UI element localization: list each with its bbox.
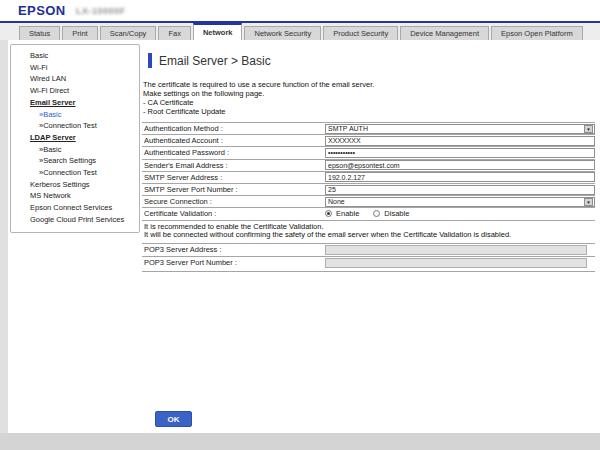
- sidebar-item-ldap-connection-test[interactable]: »Connection Test: [11, 167, 139, 179]
- sidebar-section-email-server[interactable]: Email Server: [11, 97, 139, 109]
- cert-validation-radio-group: Enable Disable: [325, 209, 423, 218]
- tab-device-management[interactable]: Device Management: [400, 26, 489, 40]
- dropdown-arrow-icon[interactable]: ▼: [584, 198, 593, 206]
- tab-epson-open-platform[interactable]: Epson Open Platform: [491, 26, 583, 40]
- pop3-server-address-input: [325, 245, 587, 255]
- sidebar-nav: Basic Wi-Fi Wired LAN Wi-Fi Direct Email…: [10, 44, 140, 233]
- email-server-form: Authentication Method : SMTP AUTH ▼ Auth…: [142, 122, 595, 272]
- form-row-secure-connection: Secure Connection : None ▼: [142, 195, 595, 207]
- tab-print[interactable]: Print: [62, 26, 97, 40]
- auth-method-selected-value: SMTP AUTH: [328, 125, 368, 132]
- note-line: It will be connected without confirming …: [144, 231, 595, 239]
- intro-line: - CA Certificate: [143, 98, 595, 107]
- sidebar-item-google-cloud-print-services[interactable]: Google Cloud Print Services: [11, 214, 139, 226]
- dropdown-arrow-icon[interactable]: ▼: [584, 125, 593, 133]
- disable-radio-label: Disable: [384, 209, 409, 218]
- tab-scan-copy[interactable]: Scan/Copy: [100, 26, 157, 40]
- field-label: SMTP Server Address :: [142, 173, 325, 182]
- sidebar-item-ms-network[interactable]: MS Network: [11, 190, 139, 202]
- form-row-pop3-port: POP3 Server Port Number :: [142, 256, 595, 272]
- form-row-smtp-port: SMTP Server Port Number :: [142, 183, 595, 195]
- field-label: Sender's Email Address :: [142, 161, 325, 170]
- sidebar-item-wifi[interactable]: Wi-Fi: [11, 62, 139, 74]
- tab-bar: Status Print Scan/Copy Fax Network Netwo…: [0, 23, 600, 40]
- form-row-authenticated-password: Authenticated Password :: [142, 146, 595, 158]
- form-row-authenticated-account: Authenticated Account :: [142, 134, 595, 146]
- tab-fax[interactable]: Fax: [158, 26, 191, 40]
- field-label: POP3 Server Address :: [142, 245, 325, 254]
- bottom-gutter: [0, 433, 600, 450]
- sender-email-input[interactable]: [325, 160, 595, 170]
- cert-validation-disable-radio[interactable]: [373, 210, 380, 217]
- field-label: SMTP Server Port Number :: [142, 185, 325, 194]
- sidebar-item-kerberos-settings[interactable]: Kerberos Settings: [11, 179, 139, 191]
- field-label: Secure Connection :: [142, 197, 325, 206]
- cert-validation-enable-radio[interactable]: [325, 210, 332, 217]
- ok-button[interactable]: OK: [155, 411, 192, 427]
- field-label: POP3 Server Port Number :: [142, 258, 325, 267]
- smtp-server-port-input[interactable]: [325, 185, 595, 195]
- enable-radio-label: Enable: [336, 209, 359, 218]
- certificate-validation-note: It is recommended to enable the Certific…: [142, 220, 595, 244]
- pop3-server-port-input: [325, 258, 587, 268]
- intro-line: The certificate is required to use a sec…: [143, 80, 595, 89]
- epson-web-config-window: EPSON LX-10000F Status Print Scan/Copy F…: [0, 0, 600, 450]
- field-label: Certificate Validation :: [142, 209, 325, 218]
- intro-line: - Root Certificate Update: [143, 107, 595, 116]
- tab-network[interactable]: Network: [193, 23, 243, 40]
- authenticated-password-input[interactable]: [325, 148, 595, 158]
- sidebar-item-ldap-search-settings[interactable]: »Search Settings: [11, 155, 139, 167]
- form-row-sender-email: Sender's Email Address :: [142, 159, 595, 171]
- app-header: EPSON LX-10000F: [0, 0, 600, 21]
- auth-method-select[interactable]: SMTP AUTH ▼: [325, 124, 595, 134]
- page-title-row: Email Server > Basic: [148, 53, 595, 68]
- form-row-pop3-address: POP3 Server Address :: [142, 243, 595, 255]
- smtp-server-address-input[interactable]: [325, 172, 595, 182]
- intro-text: The certificate is required to use a sec…: [143, 80, 595, 116]
- sidebar-item-epson-connect-services[interactable]: Epson Connect Services: [11, 202, 139, 214]
- tab-product-security[interactable]: Product Security: [323, 26, 398, 40]
- sidebar-item-basic[interactable]: Basic: [11, 50, 139, 62]
- field-label: Authenticated Account :: [142, 136, 325, 145]
- field-label: Authentication Method :: [142, 124, 325, 133]
- sidebar-item-wifi-direct[interactable]: Wi-Fi Direct: [11, 85, 139, 97]
- sidebar-item-ldap-basic[interactable]: »Basic: [11, 144, 139, 156]
- page-title: Email Server > Basic: [159, 54, 271, 68]
- form-row-authentication-method: Authentication Method : SMTP AUTH ▼: [142, 122, 595, 134]
- authenticated-account-input[interactable]: [325, 136, 595, 146]
- epson-logo: EPSON: [18, 3, 66, 18]
- tab-status[interactable]: Status: [19, 26, 60, 40]
- form-row-smtp-address: SMTP Server Address :: [142, 171, 595, 183]
- form-row-certificate-validation: Certificate Validation : Enable Disable: [142, 207, 595, 219]
- left-gutter: [0, 40, 8, 450]
- secure-connection-select[interactable]: None ▼: [325, 197, 595, 207]
- field-label: Authenticated Password :: [142, 148, 325, 157]
- sidebar-item-email-basic[interactable]: »Basic: [11, 109, 139, 121]
- intro-line: Make settings on the following page.: [143, 89, 595, 98]
- main-content: Email Server > Basic The certificate is …: [142, 50, 595, 272]
- printer-model-blurred: LX-10000F: [76, 6, 126, 16]
- secure-connection-selected-value: None: [328, 198, 345, 205]
- title-accent-bar: [148, 53, 152, 68]
- sidebar-item-wired-lan[interactable]: Wired LAN: [11, 73, 139, 85]
- sidebar-item-email-connection-test[interactable]: »Connection Test: [11, 120, 139, 132]
- tab-network-security[interactable]: Network Security: [244, 26, 321, 40]
- sidebar-section-ldap-server[interactable]: LDAP Server: [11, 132, 139, 144]
